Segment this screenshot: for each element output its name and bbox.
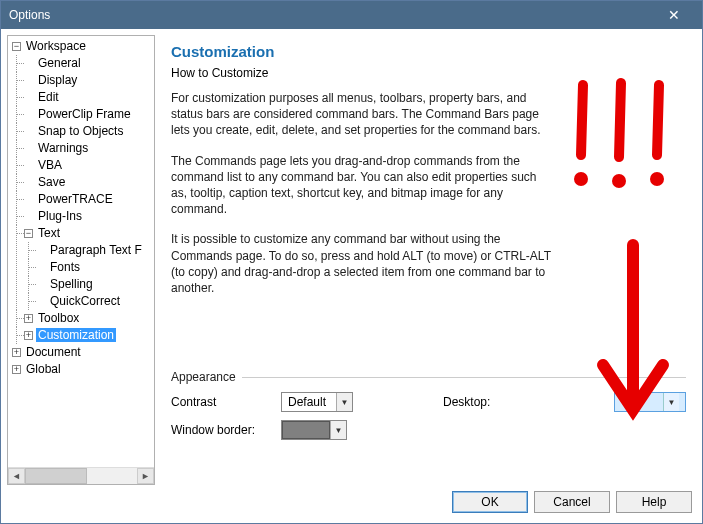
expand-icon[interactable]: +	[12, 365, 21, 374]
window-border-label: Window border:	[171, 423, 281, 437]
window-border-swatch	[282, 421, 330, 439]
expand-icon[interactable]: +	[24, 331, 33, 340]
window-border-row: Window border: ▼	[171, 420, 686, 440]
tree-node-toolbox[interactable]: Toolbox	[36, 311, 81, 325]
tree-panel: −Workspace General Display Edit PowerCli…	[7, 35, 155, 485]
tree-node-workspace[interactable]: Workspace	[24, 39, 88, 53]
tree-node-quickcorrect[interactable]: QuickCorrect	[48, 294, 122, 308]
dialog-buttons: OK Cancel Help	[1, 485, 702, 519]
paragraph-1: For customization purposes all menus, to…	[171, 90, 551, 139]
tree-node-document[interactable]: Document	[24, 345, 83, 359]
expand-icon[interactable]: +	[24, 314, 33, 323]
tree-node-warnings[interactable]: Warnings	[36, 141, 90, 155]
chevron-down-icon[interactable]: ▼	[663, 393, 679, 411]
tree-node-customization[interactable]: Customization	[36, 328, 116, 342]
paragraph-2: The Commands page lets you drag-and-drop…	[171, 153, 551, 218]
tree-node-text[interactable]: Text	[36, 226, 62, 240]
tree-node-fonts[interactable]: Fonts	[48, 260, 82, 274]
tree-node-global[interactable]: Global	[24, 362, 63, 376]
titlebar: Options ✕	[1, 1, 702, 29]
svg-point-3	[574, 172, 588, 186]
separator-line	[242, 377, 686, 378]
help-button[interactable]: Help	[616, 491, 692, 513]
svg-line-1	[619, 83, 621, 157]
tree-node-general[interactable]: General	[36, 56, 83, 70]
page-subheading: How to Customize	[171, 66, 686, 80]
tree-node-powerclip[interactable]: PowerClip Frame	[36, 107, 133, 121]
collapse-icon[interactable]: −	[12, 42, 21, 51]
dialog-content: −Workspace General Display Edit PowerCli…	[1, 29, 702, 485]
options-tree[interactable]: −Workspace General Display Edit PowerCli…	[8, 36, 154, 467]
window-title: Options	[9, 8, 654, 22]
tree-node-powertrace[interactable]: PowerTRACE	[36, 192, 115, 206]
scroll-left-icon[interactable]: ◄	[8, 468, 25, 484]
contrast-label: Contrast	[171, 395, 281, 409]
desktop-color-dropdown[interactable]: ▼	[614, 392, 686, 412]
window-border-dropdown[interactable]: ▼	[281, 420, 347, 440]
svg-line-2	[657, 85, 659, 155]
scroll-thumb[interactable]	[25, 468, 87, 484]
tree-node-plugins[interactable]: Plug-Ins	[36, 209, 84, 223]
scroll-track[interactable]	[25, 468, 137, 484]
svg-line-0	[581, 85, 583, 155]
collapse-icon[interactable]: −	[24, 229, 33, 238]
tree-node-edit[interactable]: Edit	[36, 90, 61, 104]
contrast-row: Contrast Default ▼ Desktop: ▼	[171, 392, 686, 412]
contrast-value: Default	[282, 393, 336, 411]
tree-node-vba[interactable]: VBA	[36, 158, 64, 172]
chevron-down-icon[interactable]: ▼	[336, 393, 352, 411]
tree-node-save[interactable]: Save	[36, 175, 67, 189]
scroll-right-icon[interactable]: ►	[137, 468, 154, 484]
desktop-color-value	[615, 393, 663, 411]
tree-horizontal-scrollbar[interactable]: ◄ ►	[8, 467, 154, 484]
chevron-down-icon[interactable]: ▼	[330, 421, 346, 439]
appearance-label: Appearance	[171, 370, 236, 384]
tree-node-spelling[interactable]: Spelling	[48, 277, 95, 291]
svg-point-5	[650, 172, 664, 186]
cancel-button[interactable]: Cancel	[534, 491, 610, 513]
close-icon[interactable]: ✕	[654, 5, 694, 25]
svg-point-4	[612, 174, 626, 188]
appearance-section-header: Appearance	[171, 370, 686, 384]
tree-node-display[interactable]: Display	[36, 73, 79, 87]
desktop-label: Desktop:	[443, 395, 513, 409]
tree-node-paragraph[interactable]: Paragraph Text F	[48, 243, 144, 257]
contrast-dropdown[interactable]: Default ▼	[281, 392, 353, 412]
tree-node-snap[interactable]: Snap to Objects	[36, 124, 125, 138]
paragraph-3: It is possible to customize any command …	[171, 231, 551, 296]
expand-icon[interactable]: +	[12, 348, 21, 357]
ok-button[interactable]: OK	[452, 491, 528, 513]
page-heading: Customization	[171, 43, 686, 60]
main-panel: Customization How to Customize For custo…	[161, 35, 696, 485]
